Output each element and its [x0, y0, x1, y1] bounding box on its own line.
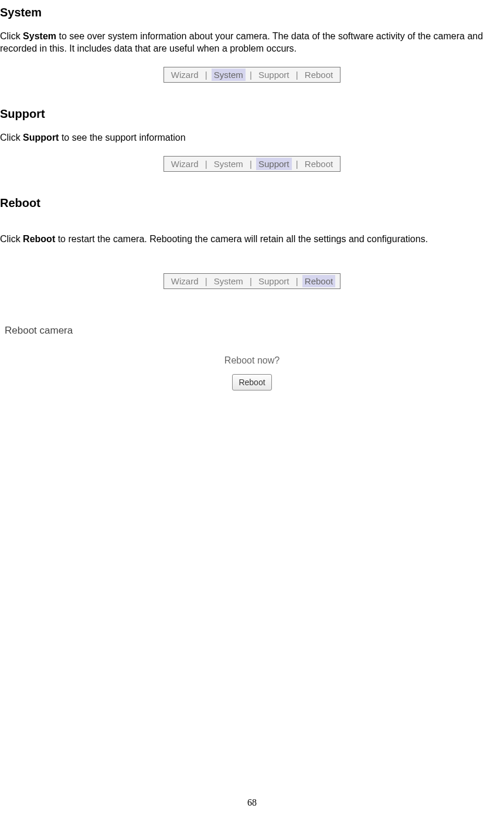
separator-icon: | [294, 70, 300, 80]
separator-icon: | [203, 70, 209, 80]
para-support: Click Support to see the support informa… [0, 132, 504, 144]
text: Click [0, 133, 23, 142]
tab-reboot[interactable]: Reboot [302, 275, 335, 287]
reboot-button[interactable]: Reboot [232, 374, 271, 390]
tab-reboot[interactable]: Reboot [302, 158, 335, 170]
heading-support: Support [0, 106, 504, 121]
tab-system[interactable]: System [212, 158, 246, 170]
para-system: Click System to see over system informat… [0, 30, 504, 55]
tab-support[interactable]: Support [256, 69, 292, 81]
separator-icon: | [294, 276, 300, 286]
separator-icon: | [203, 159, 209, 169]
tab-system[interactable]: System [212, 275, 246, 287]
heading-reboot: Reboot [0, 195, 504, 210]
tabs-image-reboot: Wizard | System | Support | Reboot [0, 273, 504, 290]
bold-reboot: Reboot [23, 234, 55, 244]
text: to see the support information [59, 133, 185, 142]
text: Click [0, 31, 23, 41]
tab-system[interactable]: System [212, 69, 246, 81]
bold-system: System [23, 31, 56, 41]
reboot-question: Reboot now? [0, 355, 504, 367]
para-reboot: Click Reboot to restart the camera. Rebo… [0, 233, 504, 246]
text: to restart the camera. Rebooting the cam… [55, 234, 428, 244]
tab-support[interactable]: Support [256, 158, 292, 170]
separator-icon: | [248, 159, 254, 169]
separator-icon: | [203, 276, 209, 286]
separator-icon: | [294, 159, 300, 169]
separator-icon: | [248, 70, 254, 80]
text: to see over system information about you… [0, 31, 483, 53]
reboot-panel-title: Reboot camera [5, 324, 504, 337]
tab-reboot[interactable]: Reboot [302, 69, 335, 81]
tabs-image-system: Wizard | System | Support | Reboot [0, 67, 504, 83]
text: Click [0, 234, 23, 244]
tab-wizard[interactable]: Wizard [169, 69, 201, 81]
heading-system: System [0, 5, 504, 20]
page-number: 68 [0, 797, 504, 809]
separator-icon: | [248, 276, 254, 286]
tab-wizard[interactable]: Wizard [169, 158, 201, 170]
tab-wizard[interactable]: Wizard [169, 275, 201, 287]
tabs-image-support: Wizard | System | Support | Reboot [0, 156, 504, 172]
bold-support: Support [23, 133, 59, 142]
tab-support[interactable]: Support [256, 275, 292, 287]
